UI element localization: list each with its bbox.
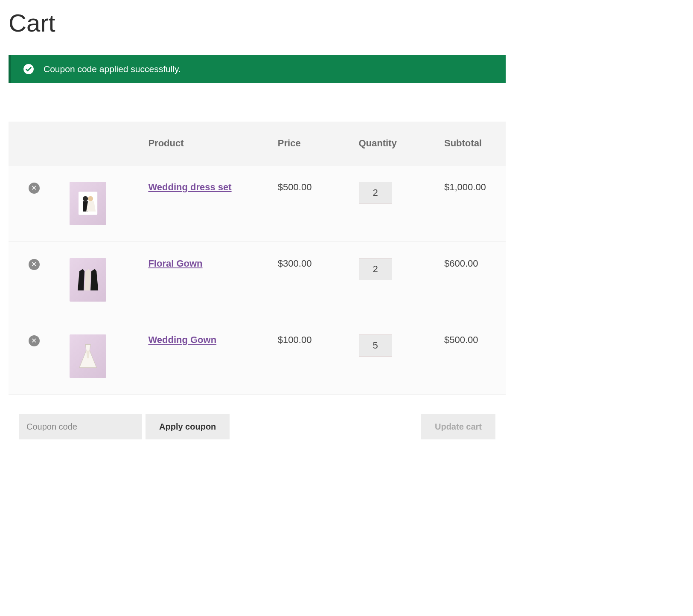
notice-message: Coupon code applied successfully.	[44, 64, 181, 74]
success-notice: Coupon code applied successfully.	[9, 55, 506, 83]
product-thumbnail[interactable]	[70, 182, 106, 225]
table-row: ✕ Floral Gown $300.00	[9, 242, 506, 318]
update-cart-button[interactable]: Update cart	[421, 414, 495, 439]
product-link[interactable]: Floral Gown	[148, 258, 202, 269]
svg-point-2	[83, 196, 88, 201]
quantity-input[interactable]	[359, 334, 392, 357]
subtotal-cell: $1,000.00	[434, 166, 506, 242]
quantity-input[interactable]	[359, 182, 392, 204]
close-icon: ✕	[31, 261, 37, 268]
col-quantity-header: Quantity	[349, 122, 434, 166]
remove-item-button[interactable]: ✕	[29, 183, 40, 194]
quantity-input[interactable]	[359, 258, 392, 280]
page-title: Cart	[9, 9, 506, 37]
spacer	[233, 414, 418, 439]
product-thumbnail[interactable]	[70, 334, 106, 378]
col-subtotal-header: Subtotal	[434, 122, 506, 166]
table-row: ✕ Wedding Gown $100.00	[9, 318, 506, 395]
actions-row: Apply coupon Update cart	[9, 395, 506, 456]
col-product-header: Product	[138, 122, 267, 166]
price-cell: $300.00	[268, 242, 349, 318]
product-thumbnail[interactable]	[70, 258, 106, 302]
cart-table: Product Price Quantity Subtotal ✕	[9, 122, 506, 456]
col-remove-header	[9, 122, 59, 166]
price-cell: $100.00	[268, 318, 349, 395]
remove-item-button[interactable]: ✕	[29, 259, 40, 270]
coupon-code-input[interactable]	[19, 414, 142, 439]
check-circle-icon	[23, 64, 34, 75]
apply-coupon-button[interactable]: Apply coupon	[146, 414, 230, 439]
remove-item-button[interactable]: ✕	[29, 335, 40, 346]
table-row: ✕ Wedding dress set	[9, 166, 506, 242]
subtotal-cell: $600.00	[434, 242, 506, 318]
product-link[interactable]: Wedding Gown	[148, 334, 216, 345]
subtotal-cell: $500.00	[434, 318, 506, 395]
col-price-header: Price	[268, 122, 349, 166]
close-icon: ✕	[31, 185, 37, 192]
product-link[interactable]: Wedding dress set	[148, 182, 231, 192]
close-icon: ✕	[31, 337, 37, 344]
col-thumb-header	[59, 122, 138, 166]
svg-point-3	[88, 196, 93, 201]
price-cell: $500.00	[268, 166, 349, 242]
